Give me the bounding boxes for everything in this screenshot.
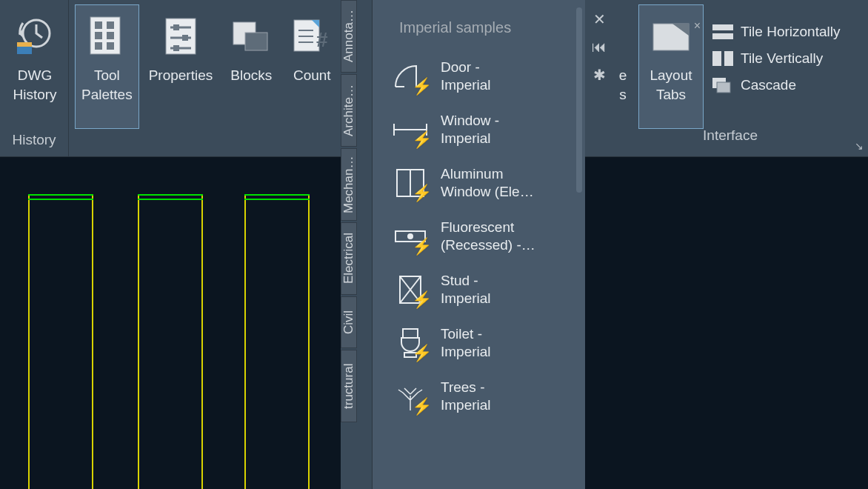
cap-line bbox=[244, 194, 310, 196]
wall-line bbox=[201, 194, 203, 489]
cascade-button[interactable]: Cascade bbox=[708, 76, 844, 95]
tile-v-label: Tile Vertically bbox=[741, 50, 823, 67]
svg-rect-40 bbox=[712, 24, 733, 30]
dialog-launcher-icon[interactable]: ↘ bbox=[855, 140, 864, 152]
tab-annotation[interactable]: Annota… bbox=[341, 0, 357, 73]
tile-horizontal-icon bbox=[712, 24, 733, 39]
tool-trees[interactable]: ⚡ Trees - Imperial bbox=[373, 370, 585, 423]
door-icon: ⚡ bbox=[390, 58, 430, 95]
svg-rect-15 bbox=[182, 35, 188, 41]
tool-label: Toilet - Imperial bbox=[441, 325, 491, 361]
partial-right-button[interactable]: × e s bbox=[610, 4, 635, 129]
scrollbar[interactable] bbox=[576, 7, 582, 193]
palette-controls: ✕ ⏮ ✱ bbox=[585, 10, 613, 84]
autohide-icon[interactable]: ⏮ bbox=[592, 39, 607, 56]
svg-rect-13 bbox=[173, 24, 179, 30]
cap-line bbox=[138, 194, 203, 196]
tool-fluorescent[interactable]: ⚡ Fluorescent (Recessed) -… bbox=[373, 210, 585, 263]
tool-label: Trees - Imperial bbox=[441, 379, 491, 414]
cascade-label: Cascade bbox=[741, 77, 796, 93]
tool-palettes-label: Tool Palettes bbox=[81, 66, 133, 104]
properties-button[interactable]: Properties bbox=[142, 4, 220, 129]
svg-rect-41 bbox=[712, 33, 733, 39]
cap-line bbox=[138, 199, 203, 200]
dynamic-icon: ⚡ bbox=[412, 290, 432, 310]
tool-window[interactable]: ⚡ Window - Imperial bbox=[373, 103, 585, 156]
interface-group-label: Interface bbox=[607, 127, 853, 152]
wall-line bbox=[244, 194, 246, 489]
dynamic-icon: ⚡ bbox=[412, 237, 432, 256]
tile-h-label: Tile Horizontally bbox=[741, 24, 840, 40]
palette-grid-icon bbox=[84, 14, 129, 59]
svg-rect-7 bbox=[95, 32, 102, 39]
cap-line bbox=[28, 194, 93, 196]
properties-label: Properties bbox=[149, 66, 213, 85]
clock-dwg-icon bbox=[13, 14, 57, 59]
tool-aluminum-window[interactable]: ⚡ Aluminum Window (Ele… bbox=[373, 156, 585, 210]
dynamic-icon: ⚡ bbox=[412, 397, 432, 416]
window-icon: ⚡ bbox=[390, 111, 430, 148]
svg-rect-6 bbox=[107, 21, 114, 29]
svg-rect-42 bbox=[712, 51, 721, 66]
layout-tabs-icon bbox=[649, 14, 693, 59]
wall-line bbox=[138, 194, 139, 489]
properties-icon bbox=[158, 14, 203, 59]
layout-tabs-label: Layout Tabs bbox=[650, 66, 692, 104]
tile-vertically-button[interactable]: Tile Vertically bbox=[708, 49, 844, 68]
svg-text:#: # bbox=[316, 28, 328, 51]
svg-rect-19 bbox=[245, 33, 267, 50]
tab-civil[interactable]: Civil bbox=[341, 296, 357, 348]
svg-rect-45 bbox=[717, 82, 730, 93]
wall-line bbox=[92, 194, 93, 489]
cascade-icon bbox=[712, 78, 733, 93]
tool-label: Stud - Imperial bbox=[441, 272, 491, 307]
blocks-label: Blocks bbox=[230, 66, 272, 85]
tree-icon: ⚡ bbox=[390, 378, 430, 415]
svg-rect-43 bbox=[724, 51, 733, 66]
tool-label: Aluminum Window (Ele… bbox=[441, 165, 534, 201]
tab-mechanical[interactable]: Mechan… bbox=[341, 148, 357, 221]
wall-line bbox=[28, 194, 30, 489]
tool-label: Window - Imperial bbox=[441, 112, 499, 147]
tab-architectural[interactable]: Archite… bbox=[341, 74, 357, 147]
svg-rect-36 bbox=[403, 329, 418, 338]
palette-body: Imperial samples ⚡ Door - Imperial ⚡ Win… bbox=[372, 0, 585, 489]
stud-icon: ⚡ bbox=[390, 271, 430, 308]
fluorescent-icon: ⚡ bbox=[390, 218, 430, 255]
aluminum-window-icon: ⚡ bbox=[390, 164, 430, 202]
tool-door[interactable]: ⚡ Door - Imperial bbox=[373, 50, 585, 103]
tool-toilet[interactable]: ⚡ Toilet - Imperial bbox=[373, 316, 585, 370]
close-icon[interactable]: ✕ bbox=[593, 10, 606, 28]
tool-label: Fluorescent (Recessed) -… bbox=[441, 219, 535, 254]
tile-horizontally-button[interactable]: Tile Horizontally bbox=[708, 22, 844, 41]
dynamic-icon: ⚡ bbox=[412, 77, 432, 96]
palette-title: Imperial samples bbox=[373, 0, 585, 50]
tool-palettes-button[interactable]: Tool Palettes bbox=[75, 4, 139, 129]
svg-rect-8 bbox=[107, 32, 114, 39]
gear-icon[interactable]: ✱ bbox=[593, 66, 606, 84]
tab-electrical[interactable]: Electrical bbox=[341, 222, 357, 295]
cap-line bbox=[28, 199, 93, 200]
history-group-label: History bbox=[0, 131, 68, 156]
tab-structural[interactable]: tructural bbox=[341, 350, 357, 422]
svg-rect-5 bbox=[95, 21, 102, 29]
ribbon-right: × e s Layout Tabs Interface Tile Horizon… bbox=[607, 0, 868, 157]
blocks-icon bbox=[229, 14, 273, 59]
dynamic-icon: ⚡ bbox=[412, 130, 432, 150]
dwg-history-button[interactable]: DWG History bbox=[6, 4, 64, 129]
dynamic-icon: ⚡ bbox=[412, 344, 432, 363]
svg-rect-17 bbox=[173, 45, 179, 51]
tool-stud[interactable]: ⚡ Stud - Imperial bbox=[373, 263, 585, 316]
palette-tabstrip: Annota… Archite… Mechan… Electrical Civi… bbox=[341, 0, 372, 489]
count-icon: # bbox=[290, 14, 334, 59]
palette-list: ⚡ Door - Imperial ⚡ Window - Imperial ⚡ … bbox=[373, 50, 585, 489]
dynamic-icon: ⚡ bbox=[412, 184, 432, 203]
tool-label: Door - Imperial bbox=[441, 59, 491, 94]
tile-vertical-icon bbox=[712, 51, 733, 66]
tool-palette: Annota… Archite… Mechan… Electrical Civi… bbox=[341, 0, 585, 489]
toilet-icon: ⚡ bbox=[390, 325, 430, 362]
svg-rect-9 bbox=[95, 42, 102, 50]
blocks-button[interactable]: Blocks bbox=[222, 4, 280, 129]
dwg-history-label: DWG History bbox=[13, 66, 56, 104]
count-button[interactable]: # Count bbox=[283, 4, 341, 129]
